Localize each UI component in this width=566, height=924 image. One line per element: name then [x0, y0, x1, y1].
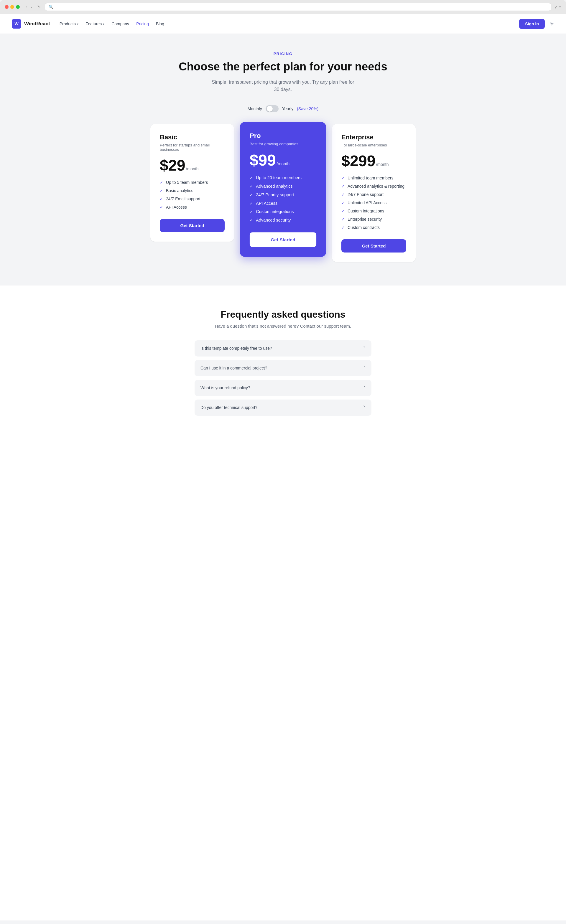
- sun-icon: ☀: [549, 21, 554, 27]
- plan-desc: Best for growing companies: [250, 141, 317, 146]
- billing-toggle: Monthly Yearly (Save 20%): [12, 105, 554, 112]
- logo-area[interactable]: W WindReact: [12, 19, 50, 28]
- toggle-thumb: [267, 106, 273, 112]
- search-icon: 🔍: [49, 5, 53, 9]
- faq-section: Frequently asked questions Have a questi…: [0, 285, 566, 434]
- feature-item: ✓ Up to 5 team members: [160, 180, 225, 185]
- nav-pricing[interactable]: Pricing: [136, 21, 149, 26]
- check-icon: ✓: [250, 210, 253, 214]
- check-icon: ✓: [341, 217, 345, 222]
- menu-button[interactable]: ≡: [559, 5, 561, 9]
- back-button[interactable]: ‹: [24, 4, 28, 10]
- chevron-down-icon: ▾: [103, 22, 104, 26]
- plan-name: Enterprise: [341, 134, 406, 141]
- price-row: $299 /month: [341, 153, 406, 168]
- price-amount: $299: [341, 153, 375, 168]
- price-period: /month: [186, 166, 199, 171]
- nav-company[interactable]: Company: [111, 21, 129, 26]
- price-amount: $99: [250, 152, 276, 168]
- feature-item: ✓ Custom contracts: [341, 225, 406, 230]
- faq-question: Do you offer technical support?: [200, 405, 258, 410]
- feature-item: ✓ Basic analytics: [160, 188, 225, 193]
- check-icon: ✓: [341, 192, 345, 197]
- faq-item-3[interactable]: What is your refund policy? ˅: [195, 380, 371, 396]
- features-list: ✓ Up to 5 team members ✓ Basic analytics…: [160, 180, 225, 210]
- plan-basic: Basic Perfect for startups and small bus…: [150, 124, 234, 242]
- enterprise-cta-button[interactable]: Get Started: [341, 239, 406, 252]
- nav-links: Products ▾ Features ▾ Company Pricing Bl…: [60, 21, 510, 26]
- pro-cta-button[interactable]: Get Started: [250, 232, 317, 247]
- plan-desc: Perfect for startups and small businesse…: [160, 143, 225, 152]
- close-dot[interactable]: [5, 5, 9, 9]
- theme-toggle-button[interactable]: ☀: [549, 21, 554, 27]
- maximize-dot[interactable]: [16, 5, 20, 9]
- minimize-dot[interactable]: [11, 5, 14, 9]
- faq-question: Can I use it in a commercial project?: [200, 366, 267, 370]
- nav-arrows: ‹ ›: [24, 4, 33, 10]
- expand-button[interactable]: ⤢: [554, 5, 558, 9]
- check-icon: ✓: [341, 225, 345, 230]
- plan-pro: Pro Best for growing companies $99 /mont…: [240, 122, 326, 256]
- chevron-down-icon: ˅: [363, 405, 366, 410]
- monthly-label: Monthly: [248, 106, 262, 111]
- yearly-label: Yearly: [282, 106, 293, 111]
- navbar: W WindReact Products ▾ Features ▾ Compan…: [0, 14, 566, 34]
- traffic-lights: [5, 5, 20, 9]
- feature-item: ✓ 24/7 Email support: [160, 196, 225, 201]
- plan-name: Basic: [160, 134, 225, 141]
- chevron-down-icon: ▾: [77, 22, 78, 26]
- hero-subtitle: Simple, transparent pricing that grows w…: [209, 78, 357, 93]
- basic-cta-button[interactable]: Get Started: [160, 219, 225, 232]
- browser-chrome: ‹ › ↻ 🔍 ⤢ ≡: [0, 0, 566, 14]
- billing-switch[interactable]: [266, 105, 279, 112]
- feature-item: ✓ Unlimited API Access: [341, 200, 406, 205]
- feature-item: ✓ Advanced analytics & reporting: [341, 184, 406, 189]
- check-icon: ✓: [160, 205, 163, 210]
- faq-item-1[interactable]: Is this template completely free to use?…: [195, 340, 371, 357]
- chevron-down-icon: ˅: [363, 385, 366, 391]
- check-icon: ✓: [341, 209, 345, 213]
- check-icon: ✓: [250, 192, 253, 197]
- nav-right: Sign In ☀: [519, 19, 554, 29]
- faq-list: Is this template completely free to use?…: [195, 340, 371, 416]
- price-period: /month: [276, 161, 290, 166]
- chevron-down-icon: ˅: [363, 365, 366, 371]
- hero-eyebrow: PRICING: [12, 52, 554, 56]
- forward-button[interactable]: ›: [30, 4, 33, 10]
- price-period: /month: [376, 162, 389, 167]
- price-amount: $29: [160, 158, 185, 173]
- nav-features[interactable]: Features ▾: [86, 21, 104, 26]
- feature-item: ✓ 24/7 Phone support: [341, 192, 406, 197]
- pricing-cards: Basic Perfect for startups and small bus…: [150, 124, 416, 262]
- refresh-button[interactable]: ↻: [36, 4, 42, 10]
- feature-item: ✓ Advanced analytics: [250, 184, 317, 188]
- check-icon: ✓: [341, 176, 345, 180]
- faq-item-2[interactable]: Can I use it in a commercial project? ˅: [195, 360, 371, 376]
- faq-item-4[interactable]: Do you offer technical support? ˅: [195, 399, 371, 416]
- hero-title: Choose the perfect plan for your needs: [12, 60, 554, 74]
- feature-item: ✓ API Access: [250, 201, 317, 206]
- plan-name: Pro: [250, 132, 317, 140]
- faq-title: Frequently asked questions: [12, 309, 554, 320]
- address-bar[interactable]: 🔍: [45, 3, 551, 11]
- check-icon: ✓: [250, 201, 253, 206]
- price-row: $29 /month: [160, 158, 225, 173]
- check-icon: ✓: [160, 180, 163, 185]
- feature-item: ✓ 24/7 Priority support: [250, 192, 317, 197]
- window-controls: ⤢ ≡: [554, 5, 561, 9]
- feature-item: ✓ Unlimited team members: [341, 176, 406, 180]
- features-list: ✓ Up to 20 team members ✓ Advanced analy…: [250, 175, 317, 222]
- sign-in-button[interactable]: Sign In: [519, 19, 545, 29]
- check-icon: ✓: [160, 197, 163, 201]
- nav-blog[interactable]: Blog: [156, 21, 164, 26]
- hero-section: PRICING Choose the perfect plan for your…: [12, 52, 554, 93]
- feature-item: ✓ Custom integrations: [341, 208, 406, 213]
- page-wrapper: W WindReact Products ▾ Features ▾ Compan…: [0, 14, 566, 921]
- features-list: ✓ Unlimited team members ✓ Advanced anal…: [341, 176, 406, 230]
- logo-name: WindReact: [24, 21, 50, 27]
- check-icon: ✓: [250, 218, 253, 222]
- check-icon: ✓: [250, 184, 253, 188]
- check-icon: ✓: [250, 176, 253, 180]
- nav-products[interactable]: Products ▾: [60, 21, 78, 26]
- faq-question: Is this template completely free to use?: [200, 346, 272, 351]
